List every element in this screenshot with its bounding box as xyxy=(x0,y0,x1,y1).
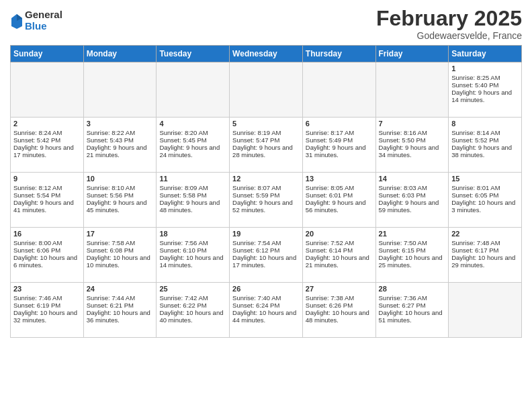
sunset: Sunset: 5:42 PM xyxy=(13,136,60,144)
calendar-cell: 4Sunrise: 8:20 AMSunset: 5:45 PMDaylight… xyxy=(157,118,230,173)
page-container: General Blue February 2025 Godewaersveld… xyxy=(0,0,532,345)
day-number: 9 xyxy=(13,175,81,183)
day-number: 12 xyxy=(232,175,300,183)
sunset: Sunset: 6:22 PM xyxy=(159,302,206,309)
daylight: Daylight: 9 hours and 48 minutes. xyxy=(159,199,220,214)
daylight: Daylight: 9 hours and 24 minutes. xyxy=(159,144,220,158)
day-number: 7 xyxy=(379,120,446,128)
calendar-week-0: 1Sunrise: 8:25 AMSunset: 5:40 PMDaylight… xyxy=(11,62,522,118)
daylight: Daylight: 9 hours and 17 minutes. xyxy=(13,144,74,158)
sunrise: Sunrise: 8:25 AM xyxy=(451,74,500,81)
sunset: Sunset: 6:17 PM xyxy=(451,246,498,254)
sunset: Sunset: 6:12 PM xyxy=(232,246,279,254)
logo-general-text: General xyxy=(25,9,62,21)
daylight: Daylight: 9 hours and 56 minutes. xyxy=(306,199,366,214)
calendar-cell xyxy=(11,62,84,118)
day-number: 18 xyxy=(159,230,226,238)
day-number: 17 xyxy=(87,230,154,238)
daylight: Daylight: 9 hours and 45 minutes. xyxy=(87,199,147,214)
sunrise: Sunrise: 7:52 AM xyxy=(306,239,354,246)
daylight: Daylight: 9 hours and 38 minutes. xyxy=(451,144,512,158)
day-number: 26 xyxy=(232,285,300,293)
day-number: 16 xyxy=(13,230,81,238)
header-saturday: Saturday xyxy=(449,46,522,62)
logo-icon xyxy=(10,13,24,29)
logo: General Blue xyxy=(10,9,62,32)
calendar-cell: 1Sunrise: 8:25 AMSunset: 5:40 PMDaylight… xyxy=(449,62,522,118)
daylight: Daylight: 9 hours and 21 minutes. xyxy=(87,144,147,158)
header-monday: Monday xyxy=(83,46,157,62)
sunset: Sunset: 6:08 PM xyxy=(87,246,134,254)
day-number: 23 xyxy=(13,285,81,293)
sunset: Sunset: 6:01 PM xyxy=(306,191,353,199)
sunrise: Sunrise: 7:44 AM xyxy=(87,294,135,302)
sunset: Sunset: 6:24 PM xyxy=(232,302,279,309)
calendar-cell: 22Sunrise: 7:48 AMSunset: 6:17 PMDayligh… xyxy=(449,228,522,283)
calendar-cell xyxy=(157,62,230,118)
day-number: 1 xyxy=(451,64,519,73)
calendar-cell: 6Sunrise: 8:17 AMSunset: 5:49 PMDaylight… xyxy=(302,118,375,173)
header-tuesday: Tuesday xyxy=(157,46,230,62)
calendar-cell xyxy=(83,62,157,118)
calendar-cell: 17Sunrise: 7:58 AMSunset: 6:08 PMDayligh… xyxy=(83,228,157,283)
calendar-cell: 25Sunrise: 7:42 AMSunset: 6:22 PMDayligh… xyxy=(157,283,230,338)
calendar-cell: 23Sunrise: 7:46 AMSunset: 6:19 PMDayligh… xyxy=(11,283,84,338)
sunrise: Sunrise: 7:38 AM xyxy=(306,294,354,302)
calendar-cell: 3Sunrise: 8:22 AMSunset: 5:43 PMDaylight… xyxy=(83,118,157,173)
calendar-cell: 13Sunrise: 8:05 AMSunset: 6:01 PMDayligh… xyxy=(302,173,375,228)
sunrise: Sunrise: 8:09 AM xyxy=(159,184,208,191)
sunset: Sunset: 6:05 PM xyxy=(451,191,498,199)
day-number: 6 xyxy=(306,120,373,128)
daylight: Daylight: 10 hours and 3 minutes. xyxy=(451,199,515,214)
sunrise: Sunrise: 7:58 AM xyxy=(87,239,135,246)
day-number: 14 xyxy=(379,175,446,183)
daylight: Daylight: 10 hours and 25 minutes. xyxy=(379,254,443,269)
sunrise: Sunrise: 7:50 AM xyxy=(379,239,427,246)
sunrise: Sunrise: 8:12 AM xyxy=(13,184,62,191)
header-friday: Friday xyxy=(375,46,449,62)
calendar-table: Sunday Monday Tuesday Wednesday Thursday… xyxy=(10,45,522,338)
calendar-header-row: Sunday Monday Tuesday Wednesday Thursday… xyxy=(11,46,522,62)
calendar-cell: 8Sunrise: 8:14 AMSunset: 5:52 PMDaylight… xyxy=(449,118,522,173)
sunrise: Sunrise: 8:05 AM xyxy=(306,184,354,191)
sunset: Sunset: 6:26 PM xyxy=(306,302,353,309)
sunrise: Sunrise: 7:42 AM xyxy=(159,294,208,302)
calendar-cell: 26Sunrise: 7:40 AMSunset: 6:24 PMDayligh… xyxy=(230,283,303,338)
sunrise: Sunrise: 8:17 AM xyxy=(306,129,354,136)
sunrise: Sunrise: 8:14 AM xyxy=(451,129,500,136)
sunset: Sunset: 5:50 PM xyxy=(379,136,426,144)
day-number: 28 xyxy=(379,285,446,293)
calendar-cell xyxy=(449,283,522,338)
calendar-cell: 5Sunrise: 8:19 AMSunset: 5:47 PMDaylight… xyxy=(230,118,303,173)
sunset: Sunset: 6:27 PM xyxy=(379,302,426,309)
day-number: 21 xyxy=(379,230,446,238)
sunrise: Sunrise: 8:10 AM xyxy=(87,184,135,191)
calendar-cell: 27Sunrise: 7:38 AMSunset: 6:26 PMDayligh… xyxy=(302,283,375,338)
day-number: 24 xyxy=(87,285,154,293)
logo-text: General Blue xyxy=(25,9,62,32)
daylight: Daylight: 10 hours and 21 minutes. xyxy=(306,254,369,269)
daylight: Daylight: 10 hours and 32 minutes. xyxy=(13,309,77,324)
daylight: Daylight: 10 hours and 14 minutes. xyxy=(159,254,223,269)
day-number: 8 xyxy=(451,120,519,128)
day-number: 20 xyxy=(306,230,373,238)
daylight: Daylight: 10 hours and 29 minutes. xyxy=(451,254,515,269)
sunset: Sunset: 5:49 PM xyxy=(306,136,353,144)
calendar-cell: 2Sunrise: 8:24 AMSunset: 5:42 PMDaylight… xyxy=(11,118,84,173)
sunset: Sunset: 5:43 PM xyxy=(87,136,134,144)
day-number: 25 xyxy=(159,285,226,293)
daylight: Daylight: 9 hours and 31 minutes. xyxy=(306,144,366,158)
calendar-week-3: 16Sunrise: 8:00 AMSunset: 6:06 PMDayligh… xyxy=(11,228,522,283)
daylight: Daylight: 9 hours and 52 minutes. xyxy=(232,199,293,214)
sunset: Sunset: 5:40 PM xyxy=(451,81,498,89)
calendar-cell: 11Sunrise: 8:09 AMSunset: 5:58 PMDayligh… xyxy=(157,173,230,228)
sunrise: Sunrise: 8:00 AM xyxy=(13,239,62,246)
sunset: Sunset: 5:47 PM xyxy=(232,136,279,144)
sunset: Sunset: 5:58 PM xyxy=(159,191,206,199)
sunrise: Sunrise: 8:19 AM xyxy=(232,129,281,136)
day-number: 3 xyxy=(87,120,154,128)
sunrise: Sunrise: 7:48 AM xyxy=(451,239,500,246)
day-number: 2 xyxy=(13,120,81,128)
header-sunday: Sunday xyxy=(11,46,84,62)
sunrise: Sunrise: 8:01 AM xyxy=(451,184,500,191)
